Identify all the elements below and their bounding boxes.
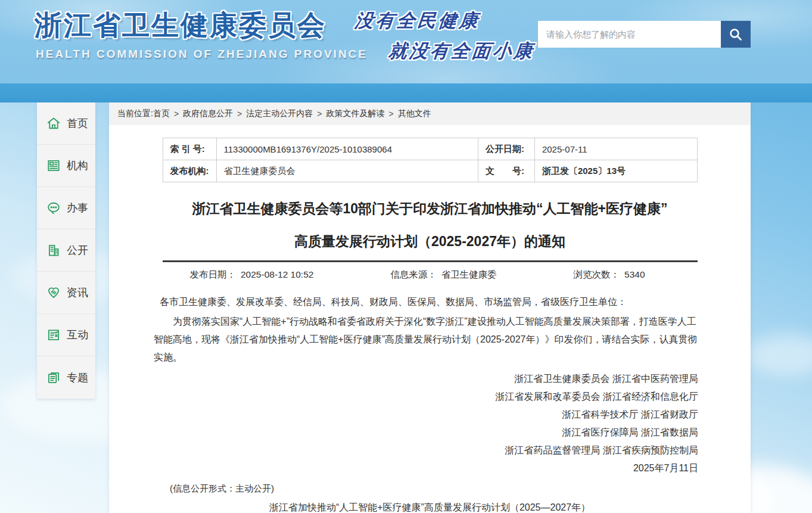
breadcrumb-separator: > xyxy=(388,109,393,119)
info-source-value: 省卫生健康委 xyxy=(441,269,497,279)
search-button[interactable] xyxy=(721,21,751,48)
site-slogan: 没有全民健康 就没有全面小康 xyxy=(350,8,539,64)
table-row: 索 引 号: 11330000MB1691376Y/2025-101038906… xyxy=(163,138,697,160)
attachment-title: 浙江省加快推动“人工智能+医疗健康”高质量发展行动计划（2025—2027年） xyxy=(109,502,751,513)
signature-line: 浙江省药品监督管理局 浙江省疾病预防控制局 xyxy=(154,442,698,459)
sidebar-item-label: 专题 xyxy=(67,371,88,385)
search-icon xyxy=(728,27,743,42)
search-input[interactable] xyxy=(538,21,721,48)
site-header: 浙江省卫生健康委员会 HEALTH COMMISSION OF ZHEJIANG… xyxy=(0,0,812,83)
article-title-line2: 高质量发展行动计划（2025-2027年）的通知 xyxy=(109,232,751,251)
disclosure-note: (信息公开形式：主动公开) xyxy=(170,483,700,495)
doc-number-value: 浙卫发〔2025〕13号 xyxy=(534,160,697,182)
newspaper-icon xyxy=(46,158,61,173)
signature-line: 浙江省卫生健康委员会 浙江省中医药管理局 xyxy=(154,370,698,388)
publish-datetime-value: 2025-08-12 10:52 xyxy=(241,269,313,279)
signature-line: 浙江省发展和改革委员会 浙江省经济和信息化厅 xyxy=(154,388,698,406)
home-icon xyxy=(46,116,61,131)
view-count-label: 浏览次数： xyxy=(574,269,620,279)
site-title: 浙江省卫生健康委员会 xyxy=(35,7,326,44)
breadcrumb-separator: > xyxy=(174,109,179,119)
index-number-value: 11330000MB1691376Y/2025-1010389064 xyxy=(216,138,478,160)
sidebar-item-interaction[interactable]: 互动 xyxy=(37,314,95,356)
sidebar: 首页 机构 办事 公开 资讯 互动 专题 xyxy=(37,102,95,399)
slogan-line1: 没有全民健康 xyxy=(354,10,481,31)
publish-date-label: 公开日期: xyxy=(478,138,534,160)
breadcrumb-item-home[interactable]: 首页 xyxy=(153,108,170,119)
sidebar-item-services[interactable]: 办事 xyxy=(37,187,95,229)
signature-date: 2025年7月11日 xyxy=(154,459,698,477)
stacked-pages-icon xyxy=(46,370,61,385)
sidebar-item-label: 办事 xyxy=(67,201,88,215)
breadcrumb-separator: > xyxy=(317,109,322,119)
article-meta: 发布日期：2025-08-12 10:52 信息来源：省卫生健康委 浏览次数：5… xyxy=(163,262,698,287)
breadcrumb: 当前位置: 首页 > 政府信息公开 > 法定主动公开内容 > 政策文件及解读 >… xyxy=(109,102,751,125)
content-panel: 当前位置: 首页 > 政府信息公开 > 法定主动公开内容 > 政策文件及解读 >… xyxy=(109,102,751,513)
view-count-value: 5340 xyxy=(624,269,645,279)
publish-datetime: 发布日期：2025-08-12 10:52 xyxy=(190,269,314,281)
slogan-line2: 就没有全面小康 xyxy=(387,39,536,64)
form-check-icon xyxy=(46,327,61,343)
info-source: 信息来源：省卫生健康委 xyxy=(390,269,497,281)
sidebar-item-label: 互动 xyxy=(67,328,88,342)
nav-band xyxy=(0,83,812,102)
publish-date-value: 2025-07-11 xyxy=(534,138,697,160)
sidebar-item-label: 机构 xyxy=(67,158,88,173)
breadcrumb-item-gov-info[interactable]: 政府信息公开 xyxy=(183,108,233,119)
building-icon xyxy=(46,242,61,258)
breadcrumb-item-other-docs[interactable]: 其他文件 xyxy=(398,108,431,119)
paragraph-main: 为贯彻落实国家“人工智能+”行动战略和省委省政府关于深化“数字浙江”建设推动人工… xyxy=(154,313,700,366)
breadcrumb-item-policy-docs[interactable]: 政策文件及解读 xyxy=(326,108,384,119)
doc-number-label: 文 号: xyxy=(478,160,534,182)
issuing-agency-value: 省卫生健康委员会 xyxy=(216,160,478,182)
sidebar-item-topics[interactable]: 专题 xyxy=(37,356,95,399)
signature-line: 浙江省科学技术厅 浙江省财政厅 xyxy=(154,406,698,424)
info-source-label: 信息来源： xyxy=(390,269,437,279)
publish-datetime-label: 发布日期： xyxy=(190,269,237,279)
article-body: 各市卫生健康委、发展改革委、经信局、科技局、财政局、医保局、数据局、市场监管局，… xyxy=(154,293,700,366)
sidebar-item-label: 公开 xyxy=(67,243,88,257)
heart-handshake-icon xyxy=(46,285,61,300)
doc-info-table: 索 引 号: 11330000MB1691376Y/2025-101038906… xyxy=(163,138,698,182)
chat-dots-icon xyxy=(46,200,61,216)
site-search xyxy=(538,21,751,48)
sidebar-item-home[interactable]: 首页 xyxy=(37,102,95,145)
sidebar-item-org[interactable]: 机构 xyxy=(37,145,95,187)
article-title-line1: 浙江省卫生健康委员会等10部门关于印发浙江省加快推动“人工智能+医疗健康” xyxy=(109,200,751,218)
table-row: 发布机构: 省卫生健康委员会 文 号: 浙卫发〔2025〕13号 xyxy=(163,160,697,182)
cloud-decoration xyxy=(746,334,812,376)
sidebar-item-disclosure[interactable]: 公开 xyxy=(37,229,95,272)
sidebar-item-news[interactable]: 资讯 xyxy=(37,272,95,314)
view-count: 浏览次数：5340 xyxy=(574,269,645,281)
breadcrumb-item-statutory[interactable]: 法定主动公开内容 xyxy=(246,108,313,119)
breadcrumb-separator: > xyxy=(237,109,242,119)
signature-line: 浙江省医疗保障局 浙江省数据局 xyxy=(154,424,698,442)
paragraph-addressee: 各市卫生健康委、发展改革委、经信局、科技局、财政局、医保局、数据局、市场监管局，… xyxy=(154,293,700,311)
breadcrumb-prefix: 当前位置: xyxy=(117,108,153,119)
sidebar-item-label: 资讯 xyxy=(67,285,88,300)
issuing-agency-label: 发布机构: xyxy=(163,160,216,182)
sidebar-item-label: 首页 xyxy=(67,116,88,130)
index-number-label: 索 引 号: xyxy=(163,138,216,160)
signature-block: 浙江省卫生健康委员会 浙江省中医药管理局 浙江省发展和改革委员会 浙江省经济和信… xyxy=(154,370,698,477)
site-subtitle: HEALTH COMMISSION OF ZHEJIANG PROVINCE xyxy=(36,48,368,61)
